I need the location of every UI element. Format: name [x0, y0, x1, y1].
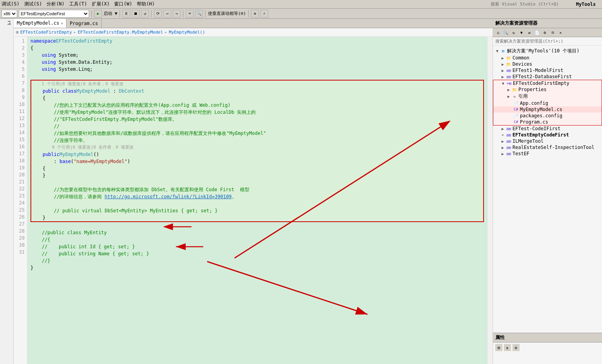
se-btn-home[interactable]: ⌂ — [494, 29, 502, 36]
code-line-21: //的详细信息，请参阅 http://go.microsoft.com/fwli… — [31, 193, 483, 200]
se-btn-config[interactable]: ⚙ — [541, 29, 548, 36]
tree-item-references[interactable]: ▶ ⇋ 引用 — [493, 93, 602, 100]
tab-close-myemptymodel[interactable]: ✕ — [61, 21, 63, 25]
tree-label-references: 引用 — [518, 93, 528, 100]
toolbar-btn-6[interactable]: ↪ — [173, 10, 181, 18]
menu-test[interactable]: 测试(S) — [24, 1, 42, 7]
tab-myemptymodel[interactable]: MyEmptyModel.cs ✕ — [14, 19, 66, 28]
se-btn-sync[interactable]: ⇄ — [526, 29, 533, 36]
tree-arrow-eftestcodefirst[interactable]: ▶ — [500, 127, 505, 131]
se-tree[interactable]: ▼ ⊞ 解决方案'MyTools'(10 个项目) ▶ 📁 Common ▶ 📁 — [493, 46, 602, 333]
tree-arrow-eftest2[interactable]: ▶ — [500, 75, 505, 79]
menu-extensions[interactable]: 扩展(X) — [92, 1, 110, 7]
left-panel-btn[interactable]: rt — [0, 19, 13, 26]
tree-label-realestate: RealEstateSelf-InspectionTool — [512, 145, 595, 150]
tree-arrow-properties[interactable]: ▶ — [506, 88, 511, 92]
bc-item-2[interactable]: EFTestCodeFirstEmpty.MyEmptyModel — [78, 30, 163, 35]
tree-label-eftestcfempty: EFTestCodeFirstEmpty — [513, 81, 570, 86]
toolbar-btn-2[interactable]: ⏹ — [132, 10, 140, 18]
tree-arrow-testef[interactable]: ▶ — [500, 152, 505, 156]
folder-icon-devices: 📁 — [505, 61, 512, 67]
toolbar: x86 EFTestEmptyCodeFirst ▶ 启动 ▼ ⏸ ⏹ ↺ ⟳ … — [0, 9, 602, 19]
menu-help[interactable]: 帮助(H) — [137, 1, 155, 7]
toolbar-btn-7[interactable]: ⌨ — [186, 10, 194, 18]
toolbar-btn-5[interactable]: ↩ — [163, 10, 171, 18]
toolbar-btn-1[interactable]: ⏸ — [122, 10, 130, 18]
code-line-9: //您的上下文已配置为从您的应用程序的配置文件(App.config 或 Web… — [31, 102, 483, 109]
prop-btn-grid[interactable]: ⊞ — [495, 344, 502, 351]
se-btn-refresh[interactable]: ↻ — [510, 29, 517, 36]
tree-item-ilmerge[interactable]: ▶ a⊞ ILMergeTool — [493, 138, 602, 144]
tree-item-eftestemptycf[interactable]: + a⊞ EFTestEmptyCodeFirst — [493, 132, 602, 138]
code-line-18: } — [31, 172, 483, 179]
tree-arrow-common[interactable]: ▶ — [500, 56, 505, 60]
tree-root[interactable]: ▼ ⊞ 解决方案'MyTools'(10 个项目) — [493, 47, 602, 55]
right-panel: 解决方案资源管理器 ⌂ 🔍 ↻ ▼ ⇄ 📄 ⚙ ⧈ ✕ 搜索解决方案资源管理器(… — [493, 19, 602, 364]
tree-item-common[interactable]: ▶ 📁 Common — [493, 55, 602, 61]
code-line-23: // public virtual DbSet<MyEntity> MyEnti… — [31, 207, 483, 214]
prop-btn-sort[interactable]: ⇅ — [504, 344, 511, 351]
se-search-bar: 搜索解决方案资源管理器(Ctrl+;) — [493, 37, 602, 46]
se-btn-split[interactable]: ⧈ — [549, 29, 556, 36]
properties-title: 属性 — [493, 333, 602, 342]
se-btn-filter[interactable]: ▼ — [518, 29, 525, 36]
tree-label-testef: TestEF — [512, 151, 529, 156]
editor-scrollbar[interactable] — [487, 37, 493, 364]
toolbar-label: 使垂直滚动相等(®) — [208, 11, 246, 16]
app-title: MyTools — [576, 2, 596, 7]
code-editor[interactable]: 12345 678910 1112131415 1617181920 21222… — [14, 37, 493, 364]
menu-debug[interactable]: 调试(S) — [2, 1, 20, 7]
tab-program[interactable]: Program.cs — [66, 19, 101, 28]
toolbar-btn-8[interactable]: 🔍 — [195, 10, 203, 18]
tree-item-eftest2[interactable]: ▶ a⊞ EFTest2-DatabaseFirst — [493, 74, 602, 80]
tree-arrow-realestate[interactable]: ▶ — [500, 145, 505, 150]
tree-item-programcs[interactable]: C# Program.cs — [493, 119, 602, 125]
tree-item-myemptymodel[interactable]: C# MyEmptyModel.cs — [493, 106, 602, 113]
menu-tools[interactable]: 工具(T) — [69, 1, 87, 7]
tree-item-properties[interactable]: ▶ 📁 Properties — [493, 86, 602, 93]
breadcrumb-bar: ⊞ EFTestCodeFirstEmpty ▸ EFTestCodeFirst… — [14, 28, 493, 37]
tree-arrow-eftestemptycf[interactable]: + — [500, 133, 505, 137]
cs-icon-programcs: C# — [513, 119, 519, 125]
code-link[interactable]: http://go.microsoft.com/fwlink/?LinkId=3… — [104, 193, 231, 200]
tree-arrow-ilmerge[interactable]: ▶ — [500, 139, 505, 143]
tree-item-eftest1[interactable]: ▶ a⊞ EFTest1-ModelFirst — [493, 67, 602, 74]
tree-item-eftestcfempty[interactable]: ▼ +⊞ EFTestCodeFirstEmpty — [493, 80, 602, 86]
tree-arrow-references[interactable]: ▶ — [506, 94, 511, 99]
line-numbers: 12345 678910 1112131415 1617181920 21222… — [14, 37, 27, 364]
se-btn-search[interactable]: 🔍 — [502, 29, 509, 36]
toolbar-btn-3[interactable]: ↺ — [141, 10, 149, 18]
se-btn-close[interactable]: ✕ — [557, 29, 564, 36]
tree-arrow-eftestcfempty[interactable]: ▼ — [500, 81, 506, 86]
se-btn-newfile[interactable]: 📄 — [534, 29, 541, 36]
tree-item-realestate[interactable]: ▶ a⊞ RealEstateSelf-InspectionTool — [493, 144, 602, 151]
tree-item-appconfig[interactable]: 📄 App.config — [493, 100, 602, 106]
tree-arrow-root[interactable]: ▼ — [494, 49, 500, 53]
tree-item-testef[interactable]: ▶ a⊞ TestEF — [493, 151, 602, 157]
solution-explorer: 解决方案资源管理器 ⌂ 🔍 ↻ ▼ ⇄ 📄 ⚙ ⧈ ✕ 搜索解决方案资源管理器(… — [493, 19, 602, 333]
toolbar-btn-4[interactable]: ⟳ — [154, 10, 162, 18]
code-line-28: // public int Id { get; set; } — [30, 243, 484, 250]
left-panel: rt — [0, 19, 14, 364]
bc-item-1[interactable]: EFTestCodeFirstEmpty — [20, 30, 72, 35]
menu-analyze[interactable]: 分析(N) — [47, 1, 64, 7]
arch-select[interactable]: x86 — [2, 10, 17, 18]
project-select[interactable]: EFTestEmptyCodeFirst — [19, 10, 89, 18]
code-line-11: //"EFTestCodeFirstEmpty.MyEmptyModel"数据库… — [31, 116, 483, 123]
toolbar-btn-9[interactable]: ≡ — [251, 10, 259, 18]
tree-item-devices[interactable]: ▶ 📁 Devices — [493, 61, 602, 67]
tree-item-packagesconfig[interactable]: 📄 packages.config — [493, 113, 602, 119]
tree-arrow-devices[interactable]: ▶ — [500, 62, 505, 66]
code-line-19 — [31, 179, 483, 186]
menu-window[interactable]: 窗口(W) — [114, 1, 132, 7]
prop-btn-settings[interactable]: ⚙ — [512, 344, 520, 351]
bc-item-3[interactable]: MyEmptyModel() — [169, 30, 205, 35]
tab-label-program: Program.cs — [70, 21, 98, 26]
code-line-17: { — [31, 165, 483, 172]
run-button[interactable]: ▶ — [94, 10, 102, 18]
code-content[interactable]: namespace EFTestCodeFirstEmpty { using S… — [27, 37, 487, 364]
tab-bar: MyEmptyModel.cs ✕ Program.cs — [14, 19, 493, 28]
tree-arrow-eftest1[interactable]: ▶ — [500, 68, 505, 73]
tree-item-eftestcodefirst[interactable]: ▶ a⊞ EFTest-CodeIFirst — [493, 126, 602, 132]
toolbar-btn-10[interactable]: ⚡ — [260, 10, 268, 18]
